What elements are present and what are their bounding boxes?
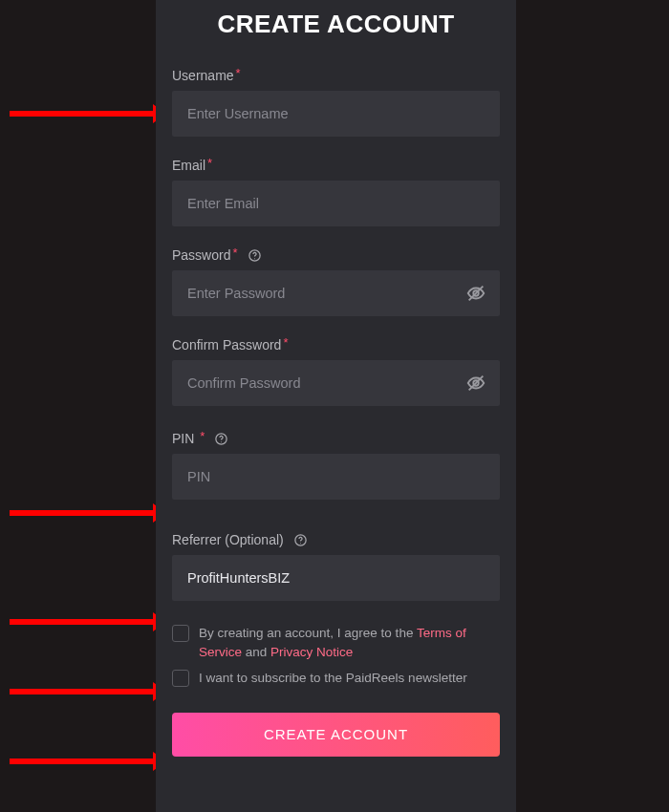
required-asterisk: * [283, 335, 288, 350]
newsletter-row: I want to subscribe to the PaidReels new… [172, 669, 500, 688]
confirm-label-text: Confirm Password [172, 337, 281, 353]
help-icon[interactable] [214, 432, 228, 446]
email-label-text: Email [172, 158, 205, 173]
annotation-arrow-5 [10, 759, 153, 764]
required-asterisk: * [200, 429, 205, 443]
required-asterisk: * [232, 246, 237, 260]
confirm-password-input[interactable] [172, 360, 500, 406]
terms-agreement-text: By creating an account, I agree to the T… [199, 624, 500, 661]
newsletter-text: I want to subscribe to the PaidReels new… [199, 669, 467, 688]
pin-input[interactable] [172, 454, 500, 500]
privacy-notice-link[interactable]: Privacy Notice [270, 645, 353, 659]
pin-label: PIN * [172, 431, 500, 446]
page-title: CREATE ACCOUNT [172, 10, 500, 39]
pin-input-wrap [172, 454, 500, 500]
username-input[interactable] [172, 91, 500, 137]
annotation-arrow-4 [10, 689, 153, 694]
username-input-wrap [172, 91, 500, 137]
eye-off-icon[interactable] [465, 373, 486, 394]
field-group-username: Username * [172, 68, 500, 137]
required-asterisk: * [207, 156, 212, 170]
background-right-strip [516, 0, 669, 812]
referrer-label-text: Referrer (Optional) [172, 532, 284, 547]
svg-point-1 [254, 258, 255, 259]
pin-label-text: PIN [172, 431, 194, 446]
email-input[interactable] [172, 181, 500, 226]
email-input-wrap [172, 181, 500, 226]
terms-checkbox[interactable] [172, 625, 189, 642]
field-group-email: Email * [172, 158, 500, 226]
field-group-referrer: Referrer (Optional) [172, 532, 500, 601]
newsletter-checkbox[interactable] [172, 670, 189, 687]
password-label-text: Password [172, 247, 230, 263]
required-asterisk: * [236, 66, 241, 80]
username-label-text: Username [172, 68, 234, 83]
username-label: Username * [172, 68, 500, 83]
terms-agreement-row: By creating an account, I agree to the T… [172, 624, 500, 661]
create-account-button[interactable]: CREATE ACCOUNT [172, 713, 500, 757]
confirm-label: Confirm Password * [172, 337, 500, 353]
help-icon[interactable] [293, 533, 308, 547]
svg-point-7 [221, 441, 222, 442]
svg-point-9 [300, 543, 301, 544]
confirm-input-wrap [172, 360, 500, 406]
referrer-input[interactable] [172, 555, 500, 601]
help-icon[interactable] [248, 248, 262, 263]
terms-joiner: and [242, 645, 270, 659]
signup-form-panel: CREATE ACCOUNT Username * Email * Passwo… [156, 0, 516, 812]
password-input[interactable] [172, 270, 500, 316]
field-group-password: Password * [172, 247, 500, 316]
terms-prefix: By creating an account, I agree to the [199, 626, 417, 640]
email-label: Email * [172, 158, 500, 173]
field-group-pin: PIN * [172, 431, 500, 500]
field-group-confirm-password: Confirm Password * [172, 337, 500, 406]
annotation-arrow-1 [10, 111, 153, 117]
password-label: Password * [172, 247, 500, 263]
password-input-wrap [172, 270, 500, 316]
referrer-label: Referrer (Optional) [172, 532, 500, 547]
eye-off-icon[interactable] [465, 283, 486, 304]
annotation-arrow-2 [10, 510, 153, 516]
referrer-input-wrap [172, 555, 500, 601]
annotation-arrow-3 [10, 619, 153, 625]
